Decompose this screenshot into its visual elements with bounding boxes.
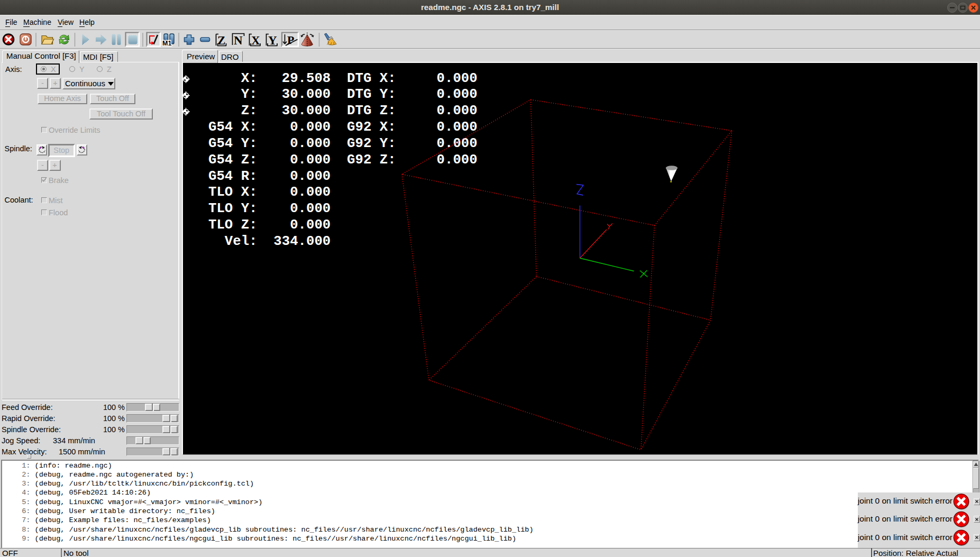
svg-text:Y: Y	[268, 34, 277, 47]
svg-text:Z: Z	[217, 34, 225, 47]
svg-text:X: X	[251, 34, 260, 47]
svg-text:N: N	[234, 34, 243, 47]
svg-text:M1: M1	[162, 40, 171, 47]
